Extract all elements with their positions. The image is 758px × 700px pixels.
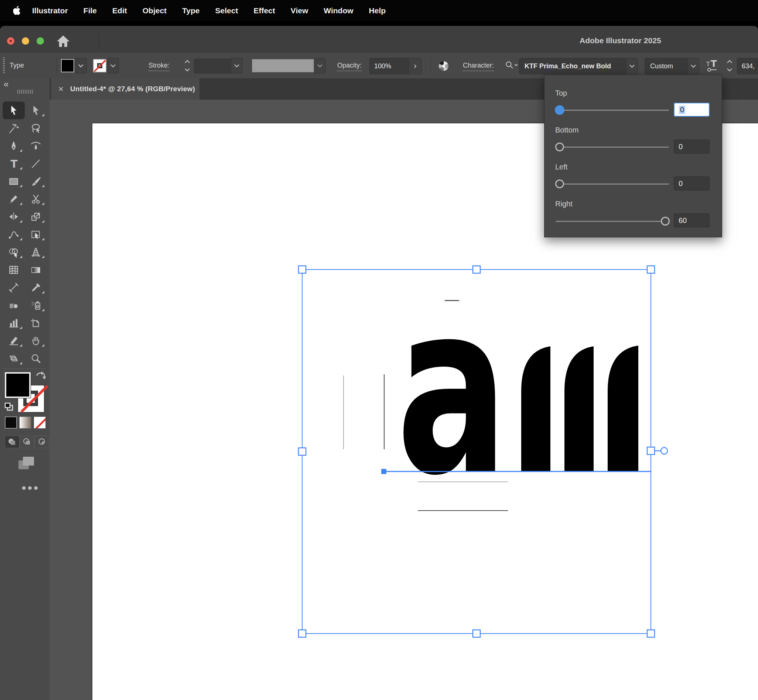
line-segment-tool[interactable] xyxy=(25,155,47,172)
font-size-stepper[interactable] xyxy=(725,59,734,73)
apple-icon[interactable] xyxy=(13,6,21,16)
stroke-weight-stepper[interactable] xyxy=(183,59,192,73)
slider-track-top[interactable] xyxy=(559,109,669,111)
selection-tool[interactable] xyxy=(3,102,25,119)
edit-toolbar-icon[interactable]: ●●● xyxy=(22,483,39,492)
menu-item-illustrator[interactable]: Illustrator xyxy=(24,6,76,15)
draw-inside-mode-button[interactable] xyxy=(34,436,49,448)
mesh-tool[interactable] xyxy=(3,261,25,279)
draw-behind-mode-button[interactable] xyxy=(20,436,34,448)
opacity-more-button[interactable]: › xyxy=(409,58,422,74)
stroke-weight-field[interactable] xyxy=(194,59,232,73)
lasso-tool[interactable] xyxy=(25,119,47,137)
swap-fill-stroke-icon[interactable] xyxy=(36,372,47,383)
column-graph-tool[interactable] xyxy=(3,314,25,332)
input-right[interactable]: 60 xyxy=(674,213,709,227)
hand-tool[interactable] xyxy=(25,332,47,350)
slice-tool[interactable] xyxy=(3,332,25,350)
toolbar-divider xyxy=(3,369,47,369)
artboard-tool[interactable] xyxy=(25,314,47,332)
type-tool[interactable]: T xyxy=(3,155,25,172)
font-style-dropdown[interactable] xyxy=(688,58,699,74)
reflect-tool[interactable] xyxy=(3,208,25,226)
menu-item-edit[interactable]: Edit xyxy=(105,6,135,15)
slider-thumb-top[interactable] xyxy=(555,105,564,115)
shape-builder-tool[interactable] xyxy=(3,243,25,261)
gradient-button[interactable] xyxy=(19,416,31,429)
font-family-field[interactable]: KTF Prima_Echo_new Bold xyxy=(519,58,632,74)
symbol-sprayer-tool[interactable] xyxy=(25,297,47,314)
fill-color-swatch[interactable] xyxy=(61,59,74,72)
menu-item-window[interactable]: Window xyxy=(316,6,361,15)
slider-track-left[interactable] xyxy=(559,183,669,184)
perspective-grid-tool[interactable] xyxy=(25,243,47,261)
fill-color-button[interactable] xyxy=(5,416,17,429)
width-profile-swatch[interactable] xyxy=(252,59,314,72)
font-style-value: Custom xyxy=(650,62,673,70)
opacity-label[interactable]: Opacity: xyxy=(337,62,362,71)
zoom-window-button[interactable] xyxy=(36,37,44,45)
slider-track-bottom[interactable] xyxy=(559,147,669,148)
measure-tool[interactable] xyxy=(3,279,25,297)
input-top[interactable]: 0 xyxy=(674,103,709,117)
close-tab-icon[interactable]: × xyxy=(58,84,64,94)
stroke-color-swatch[interactable] xyxy=(93,59,106,72)
paintbrush-tool[interactable] xyxy=(25,172,47,190)
toolbar-drag-ribs[interactable] xyxy=(17,90,33,94)
panel-drag-handle[interactable] xyxy=(3,58,5,74)
recolor-artwork-icon[interactable] xyxy=(438,61,449,72)
home-icon[interactable] xyxy=(56,34,70,48)
default-fill-stroke-icon[interactable] xyxy=(5,402,14,411)
collapse-toolbar-button[interactable]: « xyxy=(4,79,8,89)
slider-thumb-bottom[interactable] xyxy=(555,142,564,152)
gradient-tool[interactable] xyxy=(25,261,47,279)
opacity-field[interactable]: 100% xyxy=(370,58,414,74)
rectangle-tool[interactable] xyxy=(3,172,25,190)
stroke-weight-label[interactable]: Stroke: xyxy=(149,62,169,71)
svg-text:T: T xyxy=(706,61,710,67)
menu-item-view[interactable]: View xyxy=(283,6,316,15)
scissors-tool[interactable] xyxy=(25,190,47,208)
draw-normal-mode-button[interactable] xyxy=(5,436,20,448)
none-button[interactable] xyxy=(34,416,46,429)
pencil-tool[interactable] xyxy=(3,190,25,208)
screen-mode-icon[interactable] xyxy=(18,456,35,472)
font-search-icon[interactable] xyxy=(505,61,518,69)
slider-track-right[interactable] xyxy=(556,221,669,222)
direct-selection-tool[interactable] xyxy=(25,102,47,119)
fill-color-dropdown[interactable] xyxy=(75,58,87,73)
curvature-tool[interactable] xyxy=(25,137,47,155)
menu-item-help[interactable]: Help xyxy=(361,6,394,15)
font-family-dropdown[interactable] xyxy=(626,58,638,74)
print-tiling-tool[interactable] xyxy=(3,350,25,367)
slider-thumb-left[interactable] xyxy=(555,180,564,188)
input-bottom[interactable]: 0 xyxy=(674,139,709,153)
blend-tool[interactable] xyxy=(3,297,25,314)
font-style-field[interactable]: Custom xyxy=(645,58,693,74)
titlebar-divider xyxy=(99,33,99,50)
slider-thumb-right[interactable] xyxy=(661,217,670,226)
width-profile-dropdown[interactable] xyxy=(314,58,326,73)
context-label: Type xyxy=(9,62,24,69)
character-label[interactable]: Character: xyxy=(463,62,494,71)
menu-item-file[interactable]: File xyxy=(76,6,105,15)
close-window-button[interactable] xyxy=(7,37,14,45)
magic-wand-tool[interactable] xyxy=(3,119,25,137)
menu-item-select[interactable]: Select xyxy=(208,6,246,15)
pen-tool[interactable] xyxy=(3,137,25,155)
minimize-window-button[interactable] xyxy=(22,37,29,45)
document-tab[interactable]: × Untitled-4* @ 27,64 % (RGB/Preview) xyxy=(51,78,199,100)
free-transform-tool[interactable] xyxy=(25,226,47,243)
fill-indicator[interactable] xyxy=(5,372,31,398)
eyedropper-tool[interactable] xyxy=(25,279,47,297)
menu-item-object[interactable]: Object xyxy=(135,6,174,15)
width-tool[interactable] xyxy=(3,226,25,243)
zoom-tool[interactable] xyxy=(25,350,47,367)
font-size-field[interactable]: 634, xyxy=(737,58,758,74)
scale-tool[interactable] xyxy=(25,208,47,226)
input-left[interactable]: 0 xyxy=(674,177,709,191)
stroke-color-dropdown[interactable] xyxy=(107,58,119,73)
menu-item-effect[interactable]: Effect xyxy=(246,6,283,15)
stroke-weight-dropdown[interactable] xyxy=(231,58,243,73)
menu-item-type[interactable]: Type xyxy=(174,6,207,15)
